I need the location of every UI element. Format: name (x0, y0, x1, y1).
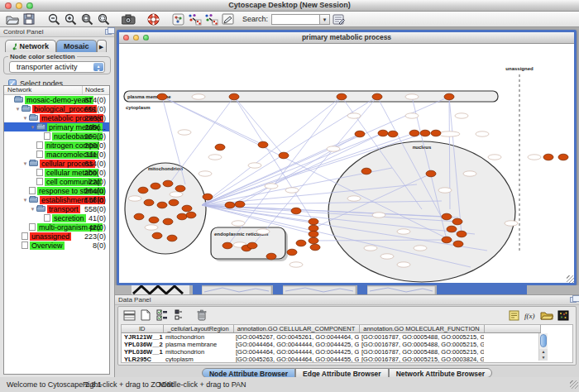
network-node[interactable] (182, 205, 192, 212)
save-button[interactable] (21, 12, 37, 26)
network-node[interactable] (431, 130, 441, 136)
network-node[interactable] (309, 237, 318, 244)
network-node[interactable] (163, 218, 173, 225)
column-header[interactable] (484, 325, 540, 333)
zoom-out-button[interactable] (45, 12, 62, 26)
network-node[interactable] (442, 237, 452, 243)
network-overview-button[interactable] (170, 12, 186, 26)
network-node[interactable] (442, 213, 452, 220)
network-node[interactable] (309, 231, 318, 237)
network-node[interactable] (372, 93, 382, 100)
network-node[interactable] (247, 242, 257, 249)
network-canvas[interactable]: plasma membranemitochondrionnucleusendop… (119, 44, 574, 283)
open-button[interactable] (4, 12, 21, 26)
expander-icon[interactable]: ▼ (22, 116, 29, 121)
attribute-table-scrollbar[interactable]: ▲▼ (538, 333, 548, 361)
scrollbar-thumb[interactable] (540, 334, 547, 347)
tree-row[interactable]: ▼establishment of lo558(0) (4, 195, 109, 204)
network-node[interactable] (309, 218, 318, 225)
search-dropdown-icon[interactable]: ▾ (319, 14, 330, 25)
network-node[interactable] (134, 213, 144, 220)
column-header[interactable]: annotation.GO MOLECULAR_FUNCTION (359, 325, 484, 333)
tab-overflow-button[interactable]: ▶ (97, 40, 107, 52)
notes-button[interactable] (506, 308, 521, 322)
scrollbar-arrows[interactable]: ▲▼ (539, 349, 548, 361)
network-node[interactable] (337, 93, 347, 100)
network-node[interactable] (167, 235, 177, 241)
network-node[interactable] (452, 218, 462, 225)
table-row[interactable]: YPL036W__2plasma membrane[GO:0044464, GO… (122, 341, 540, 348)
network-node[interactable] (157, 93, 167, 100)
tab-mosaic[interactable]: Mosaic (56, 40, 97, 52)
network-node[interactable] (229, 93, 239, 100)
network-node[interactable] (215, 144, 225, 151)
tree-row[interactable]: ▼primary metabo209(... (4, 122, 109, 131)
tree-row[interactable]: cellular metabo209(0) (4, 168, 109, 177)
new-attribute-button[interactable] (138, 308, 153, 322)
tree-row[interactable]: ▼transport558(0) (4, 204, 109, 213)
network-view-titlebar[interactable]: primary metabolic process (119, 32, 574, 44)
network-node[interactable] (163, 180, 173, 187)
network-node[interactable] (152, 232, 162, 239)
network-node[interactable] (151, 183, 160, 189)
tree-row[interactable]: multi-organism pro42(0) (4, 222, 109, 232)
expander-icon[interactable]: ▼ (29, 125, 36, 130)
network-node[interactable] (169, 199, 179, 206)
float-panel-icon[interactable] (105, 29, 112, 35)
network-node[interactable] (453, 241, 463, 247)
network-node[interactable] (426, 170, 436, 177)
network-node[interactable] (310, 244, 320, 251)
network-node[interactable] (177, 213, 187, 220)
attribute-matrix-button[interactable] (556, 308, 571, 322)
network-node[interactable] (361, 168, 371, 174)
network-node[interactable] (355, 131, 365, 137)
node-color-select[interactable]: transporter activity ▲▼ (9, 61, 105, 73)
annotation-button[interactable] (219, 12, 236, 26)
tree-row[interactable]: ▼biological_process651(0) (4, 104, 109, 113)
network-node[interactable] (175, 185, 185, 192)
import-attributes-button[interactable] (539, 308, 554, 322)
network-node[interactable] (258, 141, 268, 148)
tree-row[interactable]: response to stimulu264(0) (4, 186, 109, 195)
network-node[interactable] (543, 154, 553, 160)
zoom-in-button[interactable] (62, 12, 79, 26)
tree-row[interactable]: nitrogen compo209(0) (4, 141, 109, 150)
select-attributes-button[interactable] (155, 308, 170, 322)
network-node[interactable] (447, 226, 457, 232)
network-node[interactable] (138, 187, 148, 194)
tree-row[interactable]: cell communicat22(0) (4, 177, 109, 186)
column-header[interactable]: _cellularLayoutRegion (163, 325, 233, 333)
network-window-resize-grip[interactable] (567, 275, 574, 283)
tab-network[interactable]: Network (5, 40, 56, 52)
network-node[interactable] (287, 249, 297, 256)
attribute-batch-button[interactable] (171, 308, 186, 322)
tree-row[interactable]: nucleobase-...209(0) (4, 131, 109, 141)
tree-row[interactable]: unassigned223(0) (4, 232, 109, 241)
network-node[interactable] (144, 199, 154, 206)
network-node[interactable] (420, 130, 430, 136)
expander-icon[interactable]: ▼ (29, 207, 36, 212)
network-node[interactable] (235, 201, 245, 208)
network-node[interactable] (378, 130, 388, 136)
network-node[interactable] (457, 231, 467, 237)
zoom-selected-button[interactable] (95, 12, 112, 26)
expander-icon[interactable]: ▼ (22, 198, 29, 203)
expander-icon[interactable]: ▼ (14, 107, 22, 112)
tree-row[interactable]: secretion41(0) (4, 213, 109, 222)
network-node[interactable] (186, 212, 196, 218)
snapshot-button[interactable] (120, 12, 136, 26)
tree-row[interactable]: mosaic-demo-yeast874(0) (4, 95, 109, 104)
network-node[interactable] (296, 240, 306, 246)
apply-layout-1-button[interactable] (186, 12, 203, 26)
window-resize-grip[interactable] (570, 380, 578, 389)
network-node[interactable] (223, 242, 232, 249)
tree-row[interactable]: ▼cellular process614(0) (4, 159, 109, 168)
network-node[interactable] (149, 217, 159, 223)
delete-attribute-button[interactable] (194, 308, 209, 322)
network-node[interactable] (157, 202, 167, 208)
table-row[interactable]: YPL036W__1mitochondrion[GO:0044464, GO:0… (122, 348, 540, 356)
network-node[interactable] (388, 131, 398, 137)
network-node[interactable] (266, 253, 276, 260)
data-panel-float-icon[interactable] (570, 297, 577, 303)
network-node[interactable] (558, 154, 568, 160)
